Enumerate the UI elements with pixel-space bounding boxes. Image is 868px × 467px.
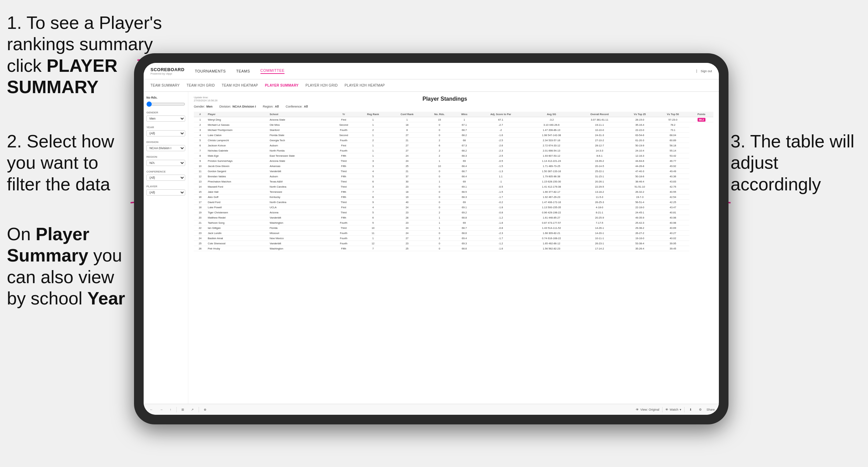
filter-gender: Gender: Men bbox=[194, 105, 213, 108]
col-vs-top25: Vs Top 25 bbox=[623, 112, 656, 117]
toolbar-export[interactable]: ↗ bbox=[189, 407, 196, 412]
toolbar-watch-icon: 👁 bbox=[665, 408, 668, 411]
subnav-player-h2h-heatmap[interactable]: PLAYER H2H HEATMAP bbox=[345, 84, 385, 87]
toolbar-forward[interactable]: → bbox=[158, 407, 165, 412]
toolbar-watch-arrow: ▾ bbox=[680, 408, 681, 411]
subnav-team-h2h-heatmap[interactable]: TEAM H2H HEATMAP bbox=[222, 84, 258, 87]
table-row[interactable]: 9Preston SummerhaysArizona StateThird324… bbox=[194, 158, 713, 164]
toolbar-back[interactable]: ← bbox=[148, 407, 155, 412]
table-row[interactable]: 1Wenyi DingArizona StateFirst1115167.1-3… bbox=[194, 117, 713, 122]
table-row[interactable]: 12Brendan ValdesAuburnFifth537068.41.11.… bbox=[194, 174, 713, 179]
toolbar-view-icon: 👁 bbox=[636, 408, 639, 411]
table-row[interactable]: 14Maxwell FordNorth CarolinaThird323069.… bbox=[194, 184, 713, 189]
toolbar-up[interactable]: ↑ bbox=[168, 407, 174, 412]
table-row[interactable]: 10Jacob Dow-StevenArkansasFifth3251068.4… bbox=[194, 164, 713, 169]
table-row[interactable]: 8Mats EgeEast Tennessee StateFifth124268… bbox=[194, 153, 713, 158]
table-row[interactable]: 4Luke ClatonFlorida StateSecond127068.2-… bbox=[194, 133, 713, 138]
table-row[interactable]: 11Gordon SargentVanderbiltThird421068.7-… bbox=[194, 169, 713, 174]
subnav-team-h2h-grid[interactable]: TEAM H2H GRID bbox=[187, 84, 215, 87]
gender-select[interactable]: Men Women bbox=[146, 115, 185, 122]
division-label: Division bbox=[146, 141, 185, 144]
table-row[interactable]: 7Nicholas GabrieleNorth FloridaFourth127… bbox=[194, 148, 713, 153]
table-row[interactable]: 21Taehoon SongWashingtonFourth523169-1.8… bbox=[194, 220, 713, 225]
col-yr: Yr bbox=[331, 112, 357, 117]
subnav-player-summary[interactable]: PLAYER SUMMARY bbox=[265, 84, 299, 87]
conference-select[interactable]: (All) bbox=[146, 175, 185, 181]
player-control: Player (All) bbox=[146, 185, 185, 196]
filter-region: Region: All bbox=[263, 105, 279, 108]
col-vs-top50: Vs Top 50 bbox=[656, 112, 689, 117]
annotation-prefix: On bbox=[7, 224, 36, 244]
toolbar-share[interactable]: Share bbox=[706, 408, 715, 411]
region-label: Region bbox=[146, 155, 185, 158]
table-row[interactable]: 24Bastien AmatNew MexicoFourth127269.4-1… bbox=[194, 236, 713, 241]
no-rds-label: No Rds. bbox=[146, 96, 185, 99]
toolbar-grid[interactable]: ⊞ bbox=[179, 407, 186, 412]
logo-area: SCOREBOARD Powered by clippi bbox=[151, 67, 185, 75]
annotation-number-1: 1. bbox=[7, 13, 22, 33]
logo-sub: Powered by clippi bbox=[151, 72, 185, 75]
year-select[interactable]: (All) First Second Third Fourth Fifth bbox=[146, 130, 185, 136]
nav-tournaments[interactable]: TOURNAMENTS bbox=[195, 69, 226, 73]
toolbar-view-label[interactable]: View: Original bbox=[640, 408, 659, 411]
annotation-number-3: 3. bbox=[731, 131, 745, 151]
player-label: Player bbox=[146, 185, 185, 188]
subnav-team-summary[interactable]: TEAM SUMMARY bbox=[151, 84, 180, 87]
toolbar-sep-4 bbox=[684, 407, 685, 412]
year-label: Year bbox=[146, 126, 185, 129]
nav-teams[interactable]: TEAMS bbox=[236, 69, 250, 73]
table-row[interactable]: 3Michael ThorbjornsenStanfordFourth28068… bbox=[194, 127, 713, 133]
table-row[interactable]: 25Cole SherwoodVanderbiltFourth1223069.3… bbox=[194, 241, 713, 246]
header-right: | Sign out bbox=[696, 69, 712, 73]
main-content: No Rds. Gender Men Women Year (All) Firs… bbox=[144, 92, 719, 404]
conference-label: Conference bbox=[146, 170, 185, 173]
table-row[interactable]: 26Petr HrubyWashingtonFifth725068.6-1.61… bbox=[194, 246, 713, 251]
bottom-toolbar: ← → ↑ ⊞ ↗ ⊕ 👁 View: Original 👁 Watch ▾ ⬇… bbox=[144, 404, 719, 415]
toolbar-watch[interactable]: 👁 Watch ▾ bbox=[665, 408, 681, 411]
annotation-mid-left: 2. Select how you want to filter the dat… bbox=[7, 131, 124, 195]
tablet-screen: SCOREBOARD Powered by clippi TOURNAMENTS… bbox=[144, 63, 719, 415]
division-select[interactable]: NCAA Division I NCAA Division II NCAA Di… bbox=[146, 145, 185, 151]
filter-region-value: All bbox=[275, 105, 279, 108]
toolbar-download[interactable]: ⬇ bbox=[687, 407, 694, 412]
app-header: SCOREBOARD Powered by clippi TOURNAMENTS… bbox=[144, 63, 719, 79]
table-row[interactable]: 17David FordNorth CarolinaThird940069-0.… bbox=[194, 200, 713, 205]
col-adj-score: Adj. Score to Par bbox=[474, 112, 527, 117]
annotation-bottom-left: On Player Summary you can also view by s… bbox=[7, 223, 137, 309]
table-row[interactable]: 6Jackson KoivunAuburnFirst127667.3-2.62.… bbox=[194, 143, 713, 148]
annotation-bold-2b: Year bbox=[87, 288, 125, 308]
table-row[interactable]: 5Christo LamprechtGeorgia TechFourth2212… bbox=[194, 138, 713, 143]
table-row[interactable]: 23Jack LundinMissouriFourth1124068.6-2.3… bbox=[194, 231, 713, 236]
standings-table: # Player School Yr Reg Rank Conf Rank No… bbox=[194, 112, 713, 251]
toolbar-sep-2 bbox=[199, 407, 199, 412]
region-select[interactable]: N/A All bbox=[146, 160, 185, 166]
no-rds-control: No Rds. bbox=[146, 96, 185, 107]
subnav-player-h2h-grid[interactable]: PLAYER H2H GRID bbox=[305, 84, 338, 87]
table-row[interactable]: 19Tiger ChristensenArizonaThird523269.2-… bbox=[194, 210, 713, 215]
filter-division-value: NCAA Division I bbox=[233, 105, 256, 108]
filter-conference: Conference: All bbox=[286, 105, 308, 108]
col-conf-rank: Conf Rank bbox=[389, 112, 424, 117]
table-row[interactable]: 15Jake HallTennesseeFifth718068.5-1.51.6… bbox=[194, 189, 713, 194]
col-wins: Wins bbox=[454, 112, 474, 117]
table-row[interactable]: 22Ian GilliganFloridaThird1024168.7-0.81… bbox=[194, 225, 713, 231]
table-row[interactable]: 16Alex GoffKentuckyFifth819068.3-1.71.92… bbox=[194, 194, 713, 200]
nav-committee[interactable]: COMMITTEE bbox=[260, 68, 285, 74]
filter-gender-value: Men bbox=[207, 105, 213, 108]
standings-title: Player Standings bbox=[218, 96, 672, 102]
table-row[interactable]: 20Matthew RiedelVanderbiltFifth628168.8-… bbox=[194, 215, 713, 220]
col-player: Player bbox=[207, 112, 268, 117]
toolbar-more[interactable]: ⊕ bbox=[202, 407, 209, 412]
sign-out-link[interactable]: Sign out bbox=[701, 69, 712, 73]
table-row[interactable]: 18Luke PowellUCLAFirst424069.1-1.81.13 5… bbox=[194, 205, 713, 210]
player-select[interactable]: (All) bbox=[146, 189, 185, 196]
toolbar-watch-label: Watch bbox=[670, 408, 678, 411]
table-header-row: # Player School Yr Reg Rank Conf Rank No… bbox=[194, 112, 713, 117]
toolbar-settings[interactable]: ⚙ bbox=[697, 407, 704, 412]
no-rds-slider[interactable] bbox=[146, 101, 185, 107]
annotation-text-right: The table will adjust accordingly bbox=[731, 131, 854, 194]
toolbar-sep-1 bbox=[176, 407, 177, 412]
table-row[interactable]: 2Michael Le SassasOle MissSecond118067.1… bbox=[194, 122, 713, 127]
table-row[interactable]: 13Phechakon MaichonTexas A&MThird630169-… bbox=[194, 179, 713, 184]
filter-division: Division: NCAA Division I bbox=[220, 105, 256, 108]
